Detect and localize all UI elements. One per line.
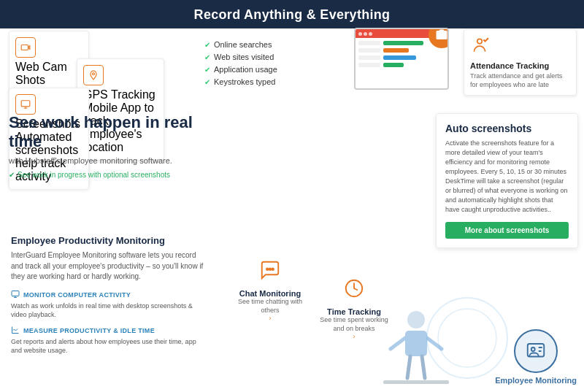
chat-monitoring-title: Chat Monitoring bbox=[230, 289, 310, 298]
employee-productivity-section: Employee Productivity Monitoring InterGu… bbox=[0, 226, 215, 370]
attendance-title: Attendance Tracking bbox=[470, 61, 570, 70]
productivity-desc: Get reports and alerts about how employe… bbox=[11, 337, 204, 356]
webcam-title: Web Cam Shots bbox=[15, 61, 82, 87]
hero-check-line: See work in progress with optional scree… bbox=[9, 171, 213, 179]
productivity-feature: MEASURE PRODUCTIVITY & IDLE TIME Get rep… bbox=[11, 326, 204, 356]
auto-screenshots-desc: Activate the screenshots feature for a m… bbox=[445, 139, 569, 215]
checklist-item-4: Keystrokes typed bbox=[204, 77, 277, 86]
monitor-frame bbox=[354, 28, 449, 90]
svg-rect-0 bbox=[21, 45, 28, 50]
emp-productivity-intro: InterGuard Employee Monitoring software … bbox=[11, 250, 204, 283]
svg-line-16 bbox=[427, 338, 442, 349]
svg-rect-14 bbox=[405, 331, 427, 356]
screenshots-icon bbox=[15, 94, 36, 115]
productivity-title: MEASURE PRODUCTIVITY & IDLE TIME bbox=[11, 326, 204, 336]
productivity-icon bbox=[11, 326, 20, 336]
checklist-item-3: Application usage bbox=[204, 65, 277, 74]
svg-line-17 bbox=[407, 356, 410, 378]
svg-point-10 bbox=[531, 347, 535, 351]
monitor-activity-title: MONITOR COMPUTER ACTIVITY bbox=[11, 290, 204, 300]
hero-section: See work happen in real time with Hubsta… bbox=[9, 113, 213, 179]
emp-productivity-title: Employee Productivity Monitoring bbox=[11, 235, 204, 246]
chat-monitoring-desc: See time chatting with others bbox=[230, 298, 310, 315]
svg-point-6 bbox=[269, 269, 272, 271]
svg-point-13 bbox=[407, 311, 425, 328]
chat-monitoring-card: Chat Monitoring See time chatting with o… bbox=[230, 259, 310, 322]
attendance-card: Attendance Tracking Track attendance and… bbox=[464, 29, 577, 96]
svg-point-5 bbox=[266, 269, 269, 271]
monitor-illustration bbox=[354, 28, 464, 108]
top-banner: Record Anything & Everything bbox=[0, 0, 584, 28]
banner-title: Record Anything & Everything bbox=[194, 7, 391, 22]
svg-rect-2 bbox=[21, 101, 30, 107]
checklist-item-1: Online searches bbox=[204, 40, 277, 49]
person-desk-illustration bbox=[380, 301, 453, 392]
auto-screenshots-title: Auto screenshots bbox=[445, 123, 569, 134]
checklist-item-2: Web sites visited bbox=[204, 53, 277, 61]
attendance-icon bbox=[470, 36, 570, 59]
webcam-icon bbox=[15, 37, 36, 58]
hero-text: See work happen in real time with Hubsta… bbox=[9, 113, 213, 179]
monitor-activity-desc: Watch as work unfolds in real time with … bbox=[11, 301, 204, 320]
hero-title: See work happen in real time bbox=[9, 113, 213, 152]
employee-monitoring-icon bbox=[514, 329, 558, 373]
page-wrapper: Record Anything & Everything Web Cam Sho… bbox=[0, 0, 584, 392]
svg-rect-4 bbox=[12, 291, 19, 296]
time-icon bbox=[314, 277, 394, 304]
svg-line-15 bbox=[391, 338, 405, 349]
svg-point-1 bbox=[93, 73, 95, 75]
gps-title: GPS Tracking bbox=[83, 88, 158, 101]
chat-icon bbox=[230, 259, 310, 286]
svg-point-7 bbox=[272, 269, 274, 271]
gps-icon bbox=[83, 65, 104, 85]
monitor-activity-feature: MONITOR COMPUTER ACTIVITY Watch as work … bbox=[11, 290, 204, 320]
hero-subtitle: with Hubstaff's employee monitoring soft… bbox=[9, 156, 213, 165]
monitor-activity-icon bbox=[11, 290, 20, 300]
checklist: Online searches Web sites visited Applic… bbox=[204, 40, 277, 90]
svg-line-18 bbox=[422, 356, 425, 378]
attendance-desc: Track attendance and get alerts for empl… bbox=[470, 72, 570, 89]
chat-monitoring-link[interactable]: › bbox=[230, 315, 310, 322]
svg-point-3 bbox=[477, 39, 483, 44]
svg-rect-19 bbox=[383, 380, 449, 384]
